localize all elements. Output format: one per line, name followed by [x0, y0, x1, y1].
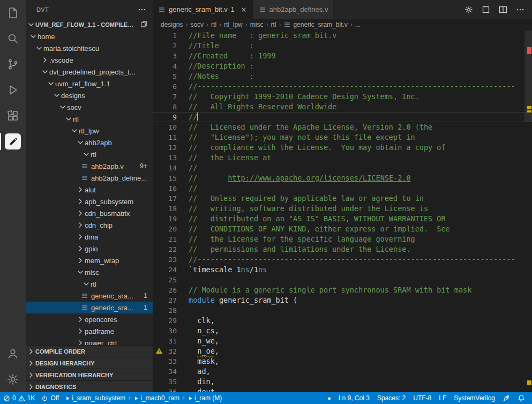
split-editor-icon[interactable] [499, 5, 507, 14]
breadcrumb-item-socv[interactable]: socv [190, 21, 204, 28]
language-mode[interactable]: SystemVerilog [450, 392, 499, 404]
breadcrumb-item-misc[interactable]: misc [250, 21, 264, 28]
line-number: 5 [153, 71, 177, 81]
copy-icon[interactable] [136, 20, 153, 29]
verilog-file-icon [80, 304, 89, 311]
tree-item-label: generic_sra... [91, 304, 133, 312]
tree-folder-cdn_busmatrix[interactable]: cdn_busmatrix [26, 207, 153, 219]
activity-bar-item-run-debug[interactable] [0, 77, 26, 103]
tree-folder-rtl_lpw[interactable]: rtl_lpw [26, 125, 153, 137]
restore-square-icon[interactable] [482, 5, 490, 14]
line-number: 22 [153, 244, 177, 255]
line-number: 28 [153, 305, 177, 316]
tree-folder-ahb2apb[interactable]: ahb2apb [26, 137, 153, 148]
tree-folder-maria.stoichitescu[interactable]: maria.stoichitescu [26, 42, 153, 54]
tab-generic_sram_bit.v[interactable]: generic_sram_bit.v1 [153, 0, 253, 19]
verilog-file-icon [283, 21, 291, 28]
tree-folder-dvt_predefined_projects_t...[interactable]: dvt_predefined_projects_t... [26, 66, 153, 78]
tree-item-label: rtl [91, 280, 96, 288]
breadcrumb-item-designs[interactable]: designs [161, 21, 183, 28]
tree-folder-gpio[interactable]: gpio [26, 243, 153, 255]
tree-folder-dma[interactable]: dma [26, 231, 153, 243]
tree-file-ahb2apb.v[interactable]: ahb2apb.v9+ [26, 160, 153, 172]
line-number: 14 [153, 163, 177, 173]
sidebar-section-compile-order[interactable]: COMPILE ORDER [26, 345, 153, 357]
breadcrumb-separator: › [266, 21, 268, 28]
code-text: //Description : [177, 61, 254, 71]
verilog-file-icon [259, 6, 266, 13]
activity-bar-item-source-control[interactable] [0, 51, 26, 77]
activity-bar-item-search[interactable] [0, 26, 26, 51]
cursor-position[interactable]: Ln 9, Col 3 [335, 392, 373, 404]
gear-icon[interactable] [464, 5, 473, 14]
sidebar-section-design-hierarchy[interactable]: DESIGN HIERARCHY [26, 357, 153, 369]
line-number: 21 [153, 234, 177, 244]
activity-bar-item-settings[interactable] [0, 366, 26, 392]
tab-ahb2apb_defines.v[interactable]: ahb2apb_defines.v [253, 0, 334, 19]
power-icon [41, 395, 48, 402]
tree-folder-opencores[interactable]: opencores [26, 313, 153, 325]
tree-folder-rtl[interactable]: rtl [26, 278, 153, 290]
breadcrumb-label: generic_sram_bit.v [293, 21, 347, 28]
breadcrumb-item-rtl_lpw[interactable]: rtl_lpw [224, 21, 243, 28]
verilog-file-icon [80, 174, 89, 182]
tree-file-ahb2apb_define...[interactable]: ahb2apb_define... [26, 172, 153, 184]
tree-folder-uvm_ref_flow_1.1[interactable]: uvm_ref_flow_1.1 [26, 78, 153, 89]
tabs: generic_sram_bit.v1ahb2apb_defines.v [153, 0, 334, 19]
power-status[interactable]: Off [38, 392, 62, 404]
tree-folder-designs[interactable]: designs [26, 89, 153, 101]
tree-folder-.vscode[interactable]: .vscode [26, 54, 153, 66]
background-task-indicator[interactable]: ● [324, 392, 335, 404]
more-horizontal-icon[interactable] [516, 5, 524, 14]
design-hierarchy-path[interactable]: i_sram_subsystemi_macb0_rami_ram (M) [62, 392, 225, 404]
code-editor[interactable]: 1//File name : generic_sram_bit.v2//Titl… [153, 31, 532, 392]
notifications-bell-icon[interactable] [514, 392, 529, 404]
code-line-14: 14// [153, 163, 532, 173]
breadcrumb-label: rtl [211, 21, 216, 28]
problems-status[interactable]: 0 1K [0, 392, 38, 404]
eol-setting[interactable]: LF [435, 392, 450, 404]
indentation-setting[interactable]: Spaces: 2 [373, 392, 409, 404]
line-number: 26 [153, 285, 177, 295]
instance-icon [188, 396, 193, 401]
project-section-header[interactable]: UVM_REF_FLOW_1.1 - COMPILED ... [26, 19, 153, 31]
activity-bar-item-account[interactable] [0, 341, 26, 366]
activity-bar-item-dvt[interactable] [0, 129, 26, 154]
file-tree: homemaria.stoichitescu.vscodedvt_predefi… [26, 31, 153, 345]
tree-file-generic_sra...[interactable]: generic_sra...1 [26, 290, 153, 302]
breadcrumb-item-rtl[interactable]: rtl [211, 21, 216, 28]
activity-bar-item-explorer[interactable] [0, 0, 26, 26]
tree-folder-mem_wrap[interactable]: mem_wrap [26, 255, 153, 266]
tree-file-generic_sra...[interactable]: generic_sra...1 [26, 302, 153, 313]
code-text [177, 305, 189, 316]
tree-folder-cdn_chip[interactable]: cdn_chip [26, 219, 153, 231]
tree-folder-misc[interactable]: misc [26, 266, 153, 278]
encoding-setting[interactable]: UTF-8 [409, 392, 435, 404]
line-number: 15 [153, 173, 177, 183]
breadcrumb-item-...[interactable]: ... [355, 21, 361, 28]
code-line-25: 25 [153, 275, 532, 285]
code-line-36: 36 dout [153, 387, 532, 392]
tree-folder-alut[interactable]: alut [26, 184, 153, 196]
activity-bar-item-extensions[interactable] [0, 103, 26, 129]
sidebar-section-diagnostics[interactable]: DIAGNOSTICS [26, 380, 153, 392]
code-line-21: 21// the License for the specific langua… [153, 234, 532, 244]
close-icon[interactable] [240, 6, 248, 13]
chevron-right-icon [76, 244, 85, 253]
tree-folder-socv[interactable]: socv [26, 101, 153, 113]
sidebar-section-verification-hierarchy[interactable]: VERIFICATION HIERARCHY [26, 369, 153, 380]
rocket-icon[interactable] [499, 392, 514, 404]
tree-folder-rtl[interactable]: rtl [26, 148, 153, 160]
line-number: 34 [153, 366, 177, 377]
breadcrumb-item-generic_sram_bit.v[interactable]: generic_sram_bit.v [283, 21, 347, 28]
tree-item-label: cdn_busmatrix [85, 210, 130, 218]
tree-folder-apb_subsystem[interactable]: apb_subsystem [26, 196, 153, 207]
code-line-19: 19// distributed on an "AS IS" BASIS, WI… [153, 214, 532, 224]
tree-folder-power_ctrl[interactable]: power_ctrl [26, 337, 153, 345]
tree-folder-home[interactable]: home [26, 31, 153, 42]
tree-folder-padframe[interactable]: padframe [26, 325, 153, 337]
breadcrumb-item-rtl[interactable]: rtl [271, 21, 276, 28]
code-line-3: 3//Created : 1999 [153, 51, 532, 61]
chevron-right-icon [41, 56, 49, 64]
tree-folder-rtl[interactable]: rtl [26, 113, 153, 125]
